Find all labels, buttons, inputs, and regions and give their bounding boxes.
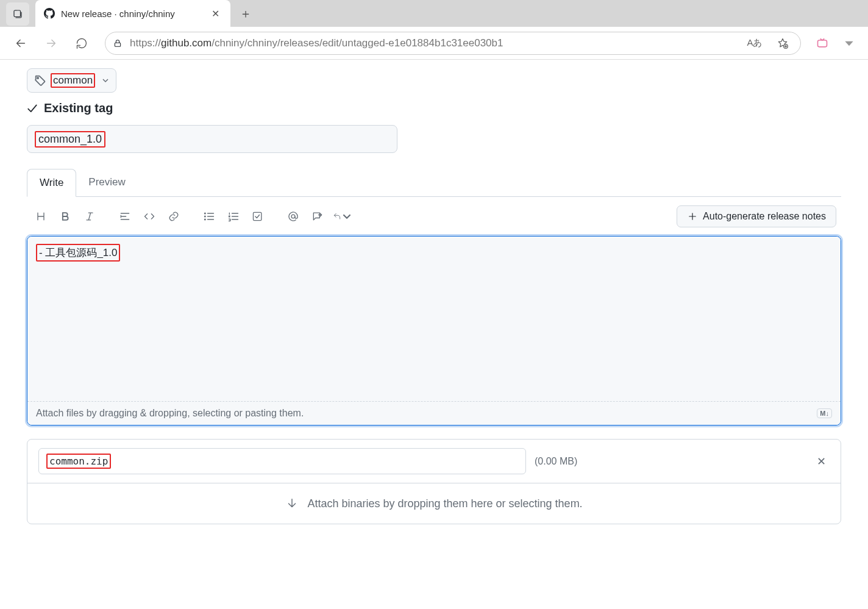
mention-icon	[287, 210, 299, 223]
chevron-down-icon	[343, 210, 351, 223]
auto-generate-label: Auto-generate release notes	[703, 211, 826, 222]
asset-dropzone[interactable]: Attach binaries by dropping them here or…	[27, 483, 841, 524]
reference-button[interactable]	[308, 207, 327, 226]
tag-name: common	[51, 73, 95, 88]
editor-container: - 工具包源码_1.0 Attach files by dragging & d…	[27, 236, 841, 426]
svg-rect-8	[254, 212, 261, 220]
asset-name-value: common.zip	[46, 454, 111, 469]
editor-toolbar: Auto-generate release notes	[27, 197, 841, 236]
unordered-list-button[interactable]	[200, 207, 218, 226]
asset-drop-hint: Attach binaries by dropping them here or…	[307, 497, 582, 510]
list-ul-icon	[203, 210, 215, 223]
browser-nav-bar: https://github.com/chniny/chniny/release…	[0, 27, 868, 60]
existing-tag-line: Existing tag	[27, 101, 841, 115]
reply-icon	[333, 210, 341, 223]
reload-icon	[76, 37, 88, 49]
release-title-value: common_1.0	[35, 131, 105, 148]
browser-tab-active[interactable]: New release · chniny/chniny ✕	[35, 0, 230, 27]
release-title-input[interactable]: common_1.0	[27, 125, 397, 153]
address-bar[interactable]: https://github.com/chniny/chniny/release…	[105, 32, 801, 55]
svg-rect-1	[115, 43, 120, 46]
extension-icon-1[interactable]	[812, 33, 833, 54]
svg-rect-0	[14, 10, 21, 17]
forward-button[interactable]	[39, 31, 63, 55]
tab-write[interactable]: Write	[27, 169, 76, 197]
link-icon	[168, 210, 180, 223]
asset-name-input[interactable]: common.zip	[38, 448, 526, 474]
url-host: github.com	[161, 37, 212, 49]
italic-icon	[84, 210, 96, 223]
github-icon	[44, 8, 55, 19]
svg-point-7	[205, 219, 206, 220]
tag-selector[interactable]: common	[27, 68, 116, 93]
svg-point-6	[205, 216, 206, 217]
svg-point-4	[37, 77, 38, 79]
assets-block: common.zip (0.00 MB) ✕ Attach binaries b…	[27, 439, 841, 524]
tabs-icon	[12, 9, 23, 20]
markdown-badge[interactable]: M↓	[817, 408, 832, 418]
arrow-down-icon	[285, 497, 299, 510]
bold-button[interactable]	[56, 207, 74, 226]
italic-button[interactable]	[80, 207, 99, 226]
code-button[interactable]	[140, 207, 158, 226]
translate-button[interactable]: Aあ	[744, 33, 765, 54]
asset-size: (0.00 MB)	[535, 456, 577, 467]
tag-icon	[35, 75, 46, 86]
attach-hint-text: Attach files by dragging & dropping, sel…	[36, 408, 304, 419]
list-ol-icon	[227, 210, 240, 223]
release-body-value: - 工具包源码_1.0	[36, 244, 120, 262]
arrow-left-icon	[14, 37, 27, 50]
link-button[interactable]	[165, 207, 183, 226]
browser-tab-bar: New release · chniny/chniny ✕ ＋	[0, 0, 868, 27]
mention-button[interactable]	[284, 207, 302, 226]
favorites-button[interactable]	[772, 33, 793, 54]
release-body-textarea[interactable]: - 工具包源码_1.0	[27, 237, 841, 401]
svg-point-9	[291, 215, 295, 218]
auto-generate-button[interactable]: Auto-generate release notes	[677, 205, 836, 227]
extension-icon-2[interactable]	[839, 33, 859, 54]
lock-icon	[113, 38, 123, 48]
existing-tag-label: Existing tag	[44, 101, 113, 115]
reply-button[interactable]	[333, 207, 351, 226]
asset-row: common.zip (0.00 MB) ✕	[27, 440, 841, 483]
chevron-down-icon	[102, 77, 108, 84]
star-add-icon	[777, 37, 789, 49]
reload-button[interactable]	[69, 31, 94, 55]
tv-icon	[816, 37, 828, 49]
plus-icon	[687, 211, 698, 222]
quote-icon	[119, 210, 131, 223]
close-tab-button[interactable]: ✕	[209, 5, 222, 22]
back-button[interactable]	[9, 31, 33, 55]
url-prefix: https://	[130, 37, 161, 49]
cross-reference-icon	[311, 210, 324, 223]
tasklist-icon	[252, 210, 264, 223]
heading-icon	[35, 210, 47, 223]
attach-hint-bar[interactable]: Attach files by dragging & dropping, sel…	[27, 401, 841, 425]
ordered-list-button[interactable]	[224, 207, 243, 226]
svg-rect-3	[818, 40, 827, 47]
bold-icon	[59, 210, 71, 223]
url-text: https://github.com/chniny/chniny/release…	[130, 37, 737, 49]
heading-button[interactable]	[32, 207, 50, 226]
arrow-right-icon	[44, 37, 58, 50]
quote-button[interactable]	[116, 207, 134, 226]
check-icon	[27, 103, 38, 114]
code-icon	[143, 210, 155, 223]
tab-overview-button[interactable]	[6, 2, 29, 26]
asset-remove-button[interactable]: ✕	[813, 451, 830, 472]
url-path: /chniny/chniny/releases/edit/untagged-e1…	[212, 37, 503, 49]
editor-tabs: Write Preview	[27, 169, 841, 197]
new-tab-button[interactable]: ＋	[235, 3, 256, 24]
tab-title: New release · chniny/chniny	[61, 9, 203, 19]
chevron-down-bold-icon	[843, 37, 855, 49]
svg-point-5	[205, 213, 206, 214]
tasklist-button[interactable]	[249, 207, 267, 226]
tab-preview[interactable]: Preview	[76, 169, 137, 196]
